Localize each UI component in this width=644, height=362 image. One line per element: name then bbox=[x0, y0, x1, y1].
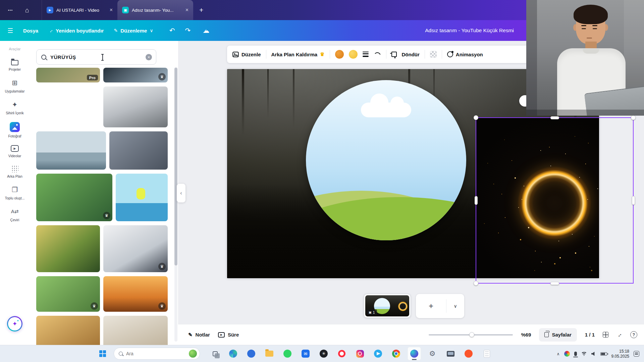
chatgpt-icon[interactable]: ✳ bbox=[317, 347, 330, 360]
opera-icon[interactable] bbox=[335, 347, 348, 360]
taskbar-search-input[interactable] bbox=[126, 351, 183, 356]
cast-icon[interactable] bbox=[444, 347, 457, 360]
editing-mode-button[interactable]: ✎ Düzenleme ∨ bbox=[114, 28, 153, 34]
zoom-slider[interactable] bbox=[429, 331, 513, 338]
photo-thumbnail[interactable]: Pro bbox=[36, 68, 100, 82]
photo-thumbnail[interactable]: ♛ bbox=[103, 276, 168, 312]
photo-thumbnail[interactable] bbox=[36, 316, 100, 345]
search-highlight-icon[interactable] bbox=[189, 350, 197, 358]
photo-thumbnail[interactable]: ♛ bbox=[103, 225, 168, 272]
sidebar-item-fotograf[interactable]: Fotoğraf bbox=[1, 122, 28, 138]
tab-current-design[interactable]: ▣ Adsız tasarım- You... × bbox=[117, 0, 193, 20]
photo-thumbnail[interactable] bbox=[36, 86, 100, 127]
panel-collapse-button[interactable]: ‹ bbox=[177, 184, 185, 202]
resize-handle-top-right[interactable] bbox=[631, 115, 636, 120]
notepad-icon[interactable] bbox=[480, 347, 493, 360]
golden-ring-image[interactable] bbox=[476, 117, 599, 278]
sidebar-item-projeler[interactable]: Projeler bbox=[1, 58, 28, 71]
photo-thumbnail[interactable] bbox=[109, 131, 168, 170]
resize-handle-bottom-left[interactable] bbox=[474, 281, 478, 286]
sidebar-item-videolar[interactable]: ▶ Videolar bbox=[1, 145, 28, 158]
resize-handle-top-left[interactable] bbox=[474, 115, 478, 120]
color-swatch-yellow[interactable] bbox=[349, 50, 358, 59]
animate-button[interactable]: Animasyon bbox=[447, 51, 483, 57]
page-options-chevron[interactable]: ∨ bbox=[446, 303, 464, 309]
file-menu-button[interactable]: Dosya bbox=[23, 28, 38, 34]
cloud-save-status-icon[interactable]: ☁✓ bbox=[203, 26, 209, 35]
edge-icon[interactable] bbox=[226, 347, 240, 360]
taskbar-clock[interactable]: 15:18 9.05.2025 bbox=[611, 349, 629, 359]
settings-icon[interactable]: ⚙ bbox=[426, 347, 439, 360]
grid-view-icon[interactable] bbox=[603, 332, 608, 338]
store-icon[interactable] bbox=[245, 347, 258, 360]
curve-icon[interactable] bbox=[374, 52, 381, 57]
photo-thumbnail[interactable] bbox=[116, 174, 168, 221]
sidebar-item-sihirli-icerik[interactable]: ✦ Sihirli İçerik bbox=[1, 100, 28, 115]
rotate-button[interactable]: Döndür bbox=[402, 52, 420, 57]
sidebar-item-arka-plan[interactable]: Arka Plan bbox=[1, 165, 28, 178]
search-input[interactable] bbox=[50, 54, 121, 60]
redo-button[interactable]: ↷ bbox=[185, 26, 191, 35]
resize-handle-top[interactable] bbox=[550, 116, 559, 119]
close-tab-icon[interactable]: × bbox=[185, 7, 189, 13]
document-title[interactable]: Adsız tasarım - YouTube Küçük Resmi bbox=[425, 20, 514, 41]
tray-color-app-icon[interactable] bbox=[564, 351, 570, 357]
duration-button[interactable]: ▶ Süre bbox=[218, 332, 239, 338]
close-tab-icon[interactable]: × bbox=[110, 7, 113, 13]
photo-thumbnail[interactable] bbox=[36, 131, 106, 170]
task-view-icon[interactable] bbox=[208, 347, 222, 360]
window-menu-icon[interactable]: ••• bbox=[5, 8, 16, 12]
instagram-icon[interactable] bbox=[353, 347, 367, 360]
new-tab-button[interactable]: + bbox=[199, 6, 203, 14]
background-remover-button[interactable]: Arka Plan Kaldırma ♛ bbox=[271, 51, 325, 57]
sidebar-item-uygulamalar[interactable]: ⊞ Uygulamalar bbox=[1, 78, 28, 93]
wifi-icon[interactable] bbox=[581, 352, 587, 356]
sidebar-item-araclar[interactable]: Araçlar bbox=[9, 47, 21, 51]
tab-video-project[interactable]: ▶ AI USTALARI - Video × bbox=[42, 0, 117, 20]
help-icon[interactable]: ? bbox=[630, 331, 637, 338]
mail-icon[interactable]: ✉ bbox=[299, 347, 312, 360]
edit-image-button[interactable]: Düzenle bbox=[232, 51, 261, 58]
notes-button[interactable]: ✎ Notlar bbox=[188, 332, 210, 338]
brave-icon[interactable] bbox=[462, 347, 475, 360]
crop-icon[interactable] bbox=[391, 52, 397, 57]
stroke-weight-icon[interactable] bbox=[363, 52, 369, 57]
panel-scrollbar[interactable] bbox=[174, 67, 177, 342]
resize-handle-right[interactable] bbox=[632, 196, 635, 205]
color-swatch-orange[interactable] bbox=[335, 50, 344, 59]
file-explorer-icon[interactable] bbox=[263, 347, 276, 360]
circle-landscape-element[interactable] bbox=[306, 80, 466, 240]
start-button[interactable] bbox=[99, 350, 106, 357]
pages-button[interactable]: Sayfalar bbox=[539, 328, 577, 342]
microphone-icon[interactable] bbox=[574, 352, 577, 356]
photo-thumbnail[interactable] bbox=[36, 225, 100, 272]
fullscreen-icon[interactable]: ↔ bbox=[615, 330, 624, 339]
sidebar-item-ceviri[interactable]: A⇄ Çeviri bbox=[1, 207, 28, 222]
photo-thumbnail[interactable] bbox=[103, 316, 168, 345]
undo-button[interactable]: ↶ bbox=[169, 26, 175, 35]
volume-icon[interactable] bbox=[591, 352, 596, 356]
whatsapp-icon[interactable] bbox=[281, 347, 294, 360]
page-thumbnail[interactable]: ▣1 bbox=[364, 294, 411, 318]
chrome-icon[interactable] bbox=[389, 347, 403, 360]
photo-thumbnail[interactable]: ♛ bbox=[36, 276, 100, 312]
zoom-slider-knob[interactable] bbox=[469, 332, 474, 337]
resize-handle-left[interactable] bbox=[475, 196, 478, 205]
resize-button[interactable]: ↔ Yeniden boyutlandır bbox=[48, 28, 104, 34]
transparency-icon[interactable] bbox=[430, 51, 437, 58]
taskbar-search[interactable] bbox=[114, 348, 200, 360]
add-page-button[interactable]: + bbox=[416, 301, 446, 311]
clear-search-icon[interactable]: × bbox=[146, 54, 152, 60]
home-icon[interactable]: ⌂ bbox=[21, 6, 33, 14]
photo-thumbnail[interactable]: ♛ bbox=[36, 174, 112, 221]
notification-center-icon[interactable] bbox=[634, 351, 639, 357]
tray-chevron-up-icon[interactable]: ∧ bbox=[557, 352, 560, 356]
canva-app-icon[interactable] bbox=[408, 347, 421, 360]
photo-thumbnail[interactable] bbox=[103, 86, 168, 127]
battery-icon[interactable] bbox=[600, 352, 607, 356]
search-box[interactable]: × bbox=[36, 49, 156, 65]
magic-ai-button[interactable]: ✦✦ bbox=[7, 316, 22, 331]
photo-thumbnail[interactable]: ♛ bbox=[103, 68, 168, 82]
hamburger-menu-icon[interactable]: ☰ bbox=[7, 27, 13, 35]
sidebar-item-toplu-olustur[interactable]: ❐ Toplu oluşt... bbox=[1, 185, 28, 200]
